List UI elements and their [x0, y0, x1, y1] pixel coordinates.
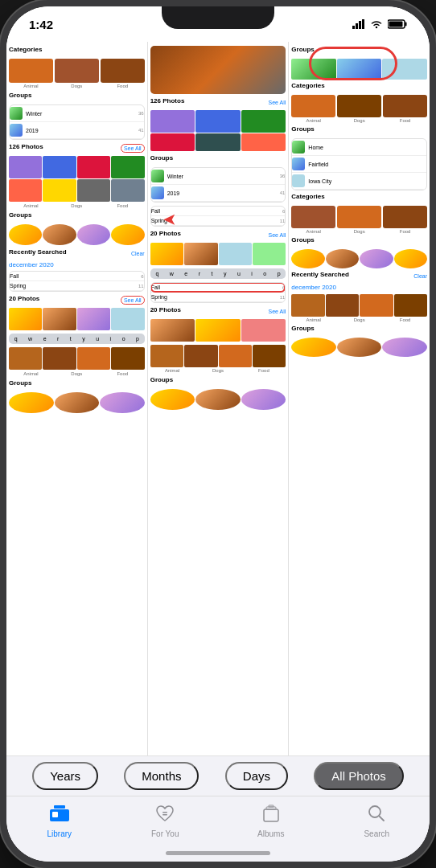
key-w[interactable]: w — [28, 336, 32, 342]
dogs-bm[interactable]: Dogs — [196, 368, 241, 373]
key-o[interactable]: o — [122, 336, 125, 342]
key-p[interactable]: p — [136, 336, 139, 342]
iowacity-group-right[interactable]: Iowa City — [292, 173, 426, 190]
december-search-left[interactable]: december 2020 — [9, 261, 145, 268]
pm4[interactable] — [150, 133, 195, 151]
group-face3-left[interactable] — [77, 224, 110, 245]
photo-6-left[interactable] — [43, 179, 76, 202]
fall-circled-item[interactable]: Fall 6 — [151, 283, 286, 293]
spring-bottom-item[interactable]: Spring 11 — [151, 293, 286, 302]
pm20-6[interactable] — [195, 319, 241, 342]
pm5[interactable] — [195, 133, 241, 151]
spring-group-left[interactable]: Spring 11 — [10, 281, 144, 291]
mk-t[interactable]: t — [212, 271, 213, 276]
key-y[interactable]: y — [82, 336, 85, 342]
tab-for-you[interactable]: For You — [113, 805, 219, 838]
pm1[interactable] — [150, 110, 195, 133]
pm2[interactable] — [195, 110, 241, 133]
gbm3[interactable] — [241, 389, 286, 410]
photo-4-left[interactable] — [111, 156, 144, 178]
pb3-r[interactable] — [360, 294, 393, 317]
photo-7-left[interactable] — [77, 179, 110, 202]
dogs-bottom-left[interactable]: Dogs — [55, 371, 99, 376]
photos20-see-all2-middle[interactable]: See All — [269, 309, 286, 314]
food-r2[interactable]: Food — [383, 206, 427, 234]
gbr2[interactable] — [337, 338, 382, 357]
gbp1-left[interactable] — [9, 392, 54, 413]
dogs-cat[interactable]: Dogs — [55, 59, 99, 88]
dogs-br[interactable]: Dogs — [337, 317, 381, 322]
mk-i[interactable]: i — [251, 271, 253, 276]
p20-1-left[interactable] — [9, 308, 42, 330]
bp1-left[interactable] — [9, 347, 42, 370]
photos126-see-all-left[interactable]: See All — [121, 144, 145, 153]
photos20-see-all-left[interactable]: See All — [121, 296, 145, 305]
fall-group-left[interactable]: Fall 6 — [10, 272, 144, 281]
pm20-5[interactable] — [150, 319, 195, 342]
pm6[interactable] — [241, 133, 286, 151]
group-face2-left[interactable] — [43, 224, 76, 245]
mk-q[interactable]: q — [155, 271, 158, 276]
winter-group-left[interactable]: Winter 36 — [10, 105, 144, 122]
gbm2[interactable] — [195, 389, 241, 410]
tab-albums[interactable]: Albums — [218, 805, 324, 838]
tab-search[interactable]: Search — [324, 805, 430, 838]
food-br[interactable]: Food — [383, 317, 427, 322]
mk-w[interactable]: w — [170, 271, 174, 276]
p20-3-left[interactable] — [77, 308, 110, 330]
map2-right[interactable] — [337, 59, 382, 80]
pm20-7[interactable] — [241, 319, 286, 342]
bm4[interactable] — [253, 345, 286, 367]
group-face4-left[interactable] — [111, 224, 144, 245]
animal-bottom-left[interactable]: Animal — [9, 371, 53, 376]
animal-br[interactable]: Animal — [291, 317, 335, 322]
key-r[interactable]: r — [57, 336, 59, 342]
food-bottom-left[interactable]: Food — [101, 371, 145, 376]
all-photos-pill[interactable]: All Photos — [314, 762, 404, 790]
pm20-3[interactable] — [219, 243, 252, 265]
home-group-right[interactable]: Home — [292, 139, 426, 156]
fairfield-group-right[interactable]: Fairfield — [292, 156, 426, 173]
photo-1-left[interactable] — [9, 156, 42, 178]
bm3[interactable] — [219, 345, 252, 367]
pm20-1[interactable] — [150, 243, 183, 265]
animal-cat[interactable]: Animal — [9, 59, 53, 88]
mk-y[interactable]: y — [224, 271, 227, 276]
pm20-4[interactable] — [253, 243, 286, 265]
gbr1[interactable] — [291, 338, 336, 357]
dogs-cat2-left[interactable]: Dogs — [55, 203, 99, 208]
pm3[interactable] — [241, 110, 286, 133]
key-t[interactable]: t — [70, 336, 72, 342]
gf4-r[interactable] — [394, 249, 427, 268]
photos126-see-all-middle[interactable]: See All — [269, 100, 286, 105]
gbm1[interactable] — [150, 389, 195, 410]
key-q[interactable]: q — [14, 336, 18, 342]
tab-library[interactable]: Library — [6, 805, 113, 838]
photo-8-left[interactable] — [111, 179, 144, 202]
mk-r[interactable]: r — [199, 271, 200, 276]
year-2019-group-left[interactable]: 2019 41 — [10, 122, 144, 139]
pm20-2[interactable] — [184, 243, 217, 265]
mk-u[interactable]: u — [237, 271, 241, 276]
p20-2-left[interactable] — [43, 308, 76, 330]
mk-p[interactable]: p — [278, 271, 281, 276]
bp4-left[interactable] — [111, 347, 144, 370]
photos20-see-all-middle[interactable]: See All — [269, 232, 286, 238]
mk-e[interactable]: e — [184, 271, 187, 276]
bm1[interactable] — [150, 345, 183, 367]
spring-group-middle[interactable]: Spring 11 — [151, 216, 286, 226]
animal-r2[interactable]: Animal — [291, 206, 335, 234]
gf1-r[interactable] — [291, 249, 324, 268]
winter-group-middle[interactable]: Winter 36 — [151, 168, 286, 185]
recently-clear-right[interactable]: Clear — [413, 273, 427, 279]
pb1-r[interactable] — [291, 294, 324, 317]
gbp3-left[interactable] — [100, 392, 145, 413]
key-i[interactable]: i — [110, 336, 112, 342]
food-bm[interactable]: Food — [241, 368, 286, 373]
december-search-right[interactable]: december 2020 — [291, 284, 427, 291]
food-cat[interactable]: Food — [101, 59, 145, 88]
animal-cat2-left[interactable]: Animal — [9, 203, 53, 208]
animal-right[interactable]: Animal — [291, 95, 335, 123]
key-u[interactable]: u — [96, 336, 99, 342]
map3-right[interactable] — [382, 59, 427, 80]
